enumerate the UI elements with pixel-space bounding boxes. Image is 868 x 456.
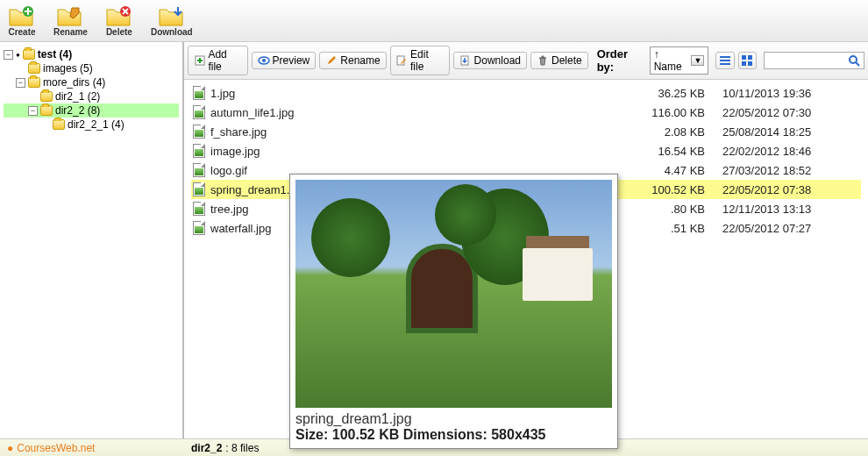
file-size: 4.47 KB xyxy=(617,164,705,177)
file-icon xyxy=(193,105,205,119)
folder-icon xyxy=(28,63,40,74)
action-label: Preview xyxy=(273,54,310,67)
expand-toggle[interactable]: − xyxy=(16,78,25,88)
svg-rect-13 xyxy=(748,61,752,66)
file-date: 22/05/2012 07:38 xyxy=(710,183,859,196)
file-size: 16.54 KB xyxy=(617,145,705,158)
eye-icon xyxy=(258,54,270,67)
action-label: Rename xyxy=(340,54,380,67)
file-date: 22/02/2012 18:46 xyxy=(710,145,859,158)
status-site[interactable]: CoursesWeb.net xyxy=(17,442,95,454)
file-size: 100.52 KB xyxy=(617,183,705,196)
file-row[interactable]: image.jpg16.54 KB22/02/2012 18:46 xyxy=(191,141,861,160)
bullet-icon: ● xyxy=(16,51,20,59)
file-date: 12/11/2013 13:13 xyxy=(710,203,859,216)
file-icon xyxy=(193,202,205,216)
dropdown-icon: ▼ xyxy=(691,55,704,66)
file-row[interactable]: 1.jpg36.25 KB10/11/2013 19:36 xyxy=(191,83,861,103)
file-date: 10/11/2013 19:36 xyxy=(710,87,859,100)
view-list-button[interactable] xyxy=(715,52,734,69)
preview-info: Size: 100.52 KB Dimensions: 580x435 xyxy=(295,427,612,443)
file-size: 116.00 KB xyxy=(617,106,705,119)
plus-icon xyxy=(194,54,205,67)
folder-icon xyxy=(53,119,65,130)
tree-more-dirs[interactable]: −more_dirs (4) xyxy=(4,75,179,89)
folder-icon xyxy=(28,77,40,88)
pencil-icon xyxy=(325,54,338,67)
edit-icon xyxy=(396,54,408,67)
file-icon xyxy=(193,86,205,100)
rename-button[interactable]: Rename xyxy=(47,2,94,39)
download-button[interactable]: Download xyxy=(145,2,199,39)
delete-file-button[interactable]: Delete xyxy=(530,52,588,69)
file-date: 25/08/2014 18:25 xyxy=(710,125,859,139)
svg-point-4 xyxy=(262,59,266,62)
file-size: .80 KB xyxy=(617,203,705,216)
tree-label: dir2_2 (8) xyxy=(55,104,100,117)
folder-plus-icon xyxy=(8,4,36,27)
svg-rect-9 xyxy=(720,63,730,65)
folder-pencil-icon xyxy=(56,4,84,27)
bullet-icon: ● xyxy=(7,442,13,454)
action-label: Add file xyxy=(208,48,241,73)
edit-file-button[interactable]: Edit file xyxy=(390,46,450,75)
action-label: Download xyxy=(474,54,521,67)
tree-dir2-2-1[interactable]: dir2_2_1 (4) xyxy=(4,118,179,132)
svg-rect-11 xyxy=(748,55,752,60)
file-icon xyxy=(193,144,205,158)
toolbar-label: Create xyxy=(8,27,35,37)
status-count: : 8 files xyxy=(225,442,259,454)
file-date: 22/05/2012 07:30 xyxy=(710,106,859,119)
svg-rect-10 xyxy=(742,55,746,60)
file-size: 2.08 KB xyxy=(617,125,705,139)
tree-label: test (4) xyxy=(38,48,72,61)
svg-rect-12 xyxy=(742,61,746,66)
file-name: image.jpg xyxy=(210,145,612,158)
search-input[interactable] xyxy=(764,52,864,69)
svg-rect-7 xyxy=(720,56,730,58)
file-row[interactable]: autumn_life1.jpg116.00 KB22/05/2012 07:3… xyxy=(191,103,861,122)
file-name: autumn_life1.jpg xyxy=(210,106,612,119)
tree-images[interactable]: images (5) xyxy=(4,61,179,75)
add-file-button[interactable]: Add file xyxy=(188,46,248,75)
order-by-value: ↑ Name xyxy=(654,48,688,73)
tree-root[interactable]: −●test (4) xyxy=(4,47,179,61)
action-label: Delete xyxy=(551,54,582,67)
expand-toggle[interactable]: − xyxy=(28,106,38,116)
down-icon xyxy=(459,54,472,67)
file-icon xyxy=(193,125,205,139)
tree-dir2-1[interactable]: dir2_1 (2) xyxy=(4,89,179,103)
order-by-select[interactable]: ↑ Name ▼ xyxy=(650,46,709,75)
file-name: 1.jpg xyxy=(210,87,612,100)
action-label: Edit file xyxy=(410,48,444,73)
svg-point-14 xyxy=(850,56,857,63)
view-grid-button[interactable] xyxy=(738,52,757,69)
file-row[interactable]: f_share.jpg2.08 KB25/08/2014 18:25 xyxy=(191,122,861,141)
preview-filename: spring_dream1.jpg xyxy=(295,411,612,427)
preview-button[interactable]: Preview xyxy=(252,52,317,69)
expand-toggle[interactable]: − xyxy=(4,50,13,60)
tree-label: more_dirs (4) xyxy=(43,76,105,89)
file-date: 27/03/2012 18:52 xyxy=(710,164,859,177)
tree-label: images (5) xyxy=(43,62,93,75)
svg-rect-5 xyxy=(397,56,404,65)
file-date: 22/05/2012 07:27 xyxy=(710,222,859,235)
file-icon xyxy=(193,163,205,177)
create-button[interactable]: Create xyxy=(2,2,42,39)
file-icon xyxy=(193,182,205,196)
download-file-button[interactable]: Download xyxy=(453,52,527,69)
toolbar-label: Delete xyxy=(106,27,132,37)
folder-tree: −●test (4)images (5)−more_dirs (4)dir2_1… xyxy=(0,42,184,438)
tree-dir2-2[interactable]: −dir2_2 (8) xyxy=(4,103,179,118)
toolbar-label: Rename xyxy=(53,27,88,37)
file-icon xyxy=(193,221,205,235)
delete-button[interactable]: Delete xyxy=(99,2,139,39)
trash-icon xyxy=(537,54,549,67)
folder-down-icon xyxy=(158,4,186,27)
rename-file-button[interactable]: Rename xyxy=(319,52,386,69)
action-bar: Add filePreviewRenameEdit fileDownloadDe… xyxy=(184,42,868,80)
folder-x-icon xyxy=(105,4,133,27)
folder-icon xyxy=(40,91,53,102)
file-size: 36.25 KB xyxy=(617,87,705,100)
svg-line-15 xyxy=(856,62,859,66)
